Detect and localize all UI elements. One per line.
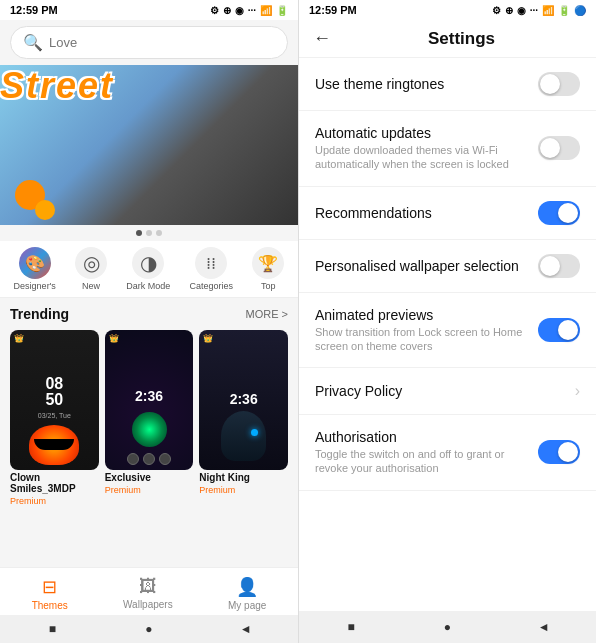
theme-ringtones-toggle[interactable] [538,72,580,96]
auto-updates-toggle[interactable] [538,136,580,160]
card-night-king-badge: Premium [199,485,288,495]
dot-2 [146,230,152,236]
top-label: Top [261,281,276,291]
dot-3 [156,230,162,236]
night-king-face [221,411,266,461]
back-button[interactable]: ← [313,28,331,49]
settings-item-privacy-policy[interactable]: Privacy Policy › [299,368,596,415]
settings-item-animated-previews: Animated previews Show transition from L… [299,293,596,369]
right-status-icons: ⚙ ⊕ ◉ ··· 📶 🔋 🔵 [492,5,586,16]
night-king-phone-mock: 2:36 [199,330,288,470]
exclusive-phone-mock: 2:36 [105,330,194,470]
theme-cards: 👑 0850 03/25, Tue Clown Smiles_3MDP Prem… [0,326,298,567]
settings-item-auto-updates: Automatic updates Update downloaded them… [299,111,596,187]
clown-date: 03/25, Tue [38,412,71,419]
bottom-nav-mypage[interactable]: 👤 My page [228,576,266,611]
designers-icon: 🎨 [19,247,51,279]
bottom-nav: ⊟ Themes 🖼 Wallpapers 👤 My page [0,567,298,615]
top-icon: 🏆 [252,247,284,279]
btn2 [143,453,155,465]
authorisation-toggle[interactable] [538,440,580,464]
theme-ringtones-label: Use theme ringtones [315,76,538,92]
privacy-policy-content: Privacy Policy [315,383,575,399]
crown-icon-exclusive: 👑 [109,334,119,343]
privacy-policy-label: Privacy Policy [315,383,575,399]
bottom-nav-wallpapers[interactable]: 🖼 Wallpapers [123,576,173,611]
categories-icon: ⁞⁞ [195,247,227,279]
nav-designers[interactable]: 🎨 Designer's [14,247,56,291]
animated-previews-label: Animated previews [315,307,538,323]
right-square-button[interactable]: ■ [341,617,361,637]
card-night-king[interactable]: 👑 2:36 Night King Premium [199,330,288,563]
authorisation-desc: Toggle the switch on and off to grant or… [315,447,538,476]
settings-item-theme-ringtones: Use theme ringtones [299,58,596,111]
left-status-icons: ⚙ ⊕ ◉ ··· 📶 🔋 [210,5,288,16]
card-clown[interactable]: 👑 0850 03/25, Tue Clown Smiles_3MDP Prem… [10,330,99,563]
authorisation-label: Authorisation [315,429,538,445]
trending-title: Trending [10,306,69,322]
recommendations-toggle[interactable] [538,201,580,225]
left-square-button[interactable]: ■ [42,619,62,639]
wallpapers-label: Wallpapers [123,599,173,610]
btn1 [127,453,139,465]
left-home-button[interactable]: ● [139,619,159,639]
auto-updates-label: Automatic updates [315,125,538,141]
new-icon: ◎ [75,247,107,279]
nav-categories[interactable]: ⁞⁞ Categories [190,247,234,291]
signal-icon: 📶 [260,5,272,16]
exclusive-time: 2:36 [135,388,163,404]
nav-new[interactable]: ◎ New [75,247,107,291]
privacy-policy-chevron: › [575,382,580,400]
animated-previews-toggle[interactable] [538,318,580,342]
designers-label: Designer's [14,281,56,291]
categories-label: Categories [190,281,234,291]
clown-time: 0850 [45,376,63,408]
card-exclusive[interactable]: 👑 2:36 Exclusive Premium [105,330,194,563]
card-night-king-image: 👑 2:36 [199,330,288,470]
right-circle-icon: ◉ [517,5,526,16]
more-icon: ··· [248,5,256,16]
search-input[interactable] [49,35,275,50]
settings-title: Settings [341,29,582,49]
mypage-icon: 👤 [236,576,258,598]
right-home-button[interactable]: ● [437,617,457,637]
left-bottom-bar: ■ ● ◄ [0,615,298,643]
clown-phone-mock: 0850 03/25, Tue [10,330,99,470]
category-nav: 🎨 Designer's ◎ New ◑ Dark Mode ⁞⁞ Catego… [0,241,298,298]
card-exclusive-name: Exclusive [105,472,194,483]
nav-dark-mode[interactable]: ◑ Dark Mode [126,247,170,291]
battery-icon: 🔋 [276,5,288,16]
left-back-button[interactable]: ◄ [236,619,256,639]
right-location-icon: ⊕ [505,5,513,16]
card-clown-name: Clown Smiles_3MDP [10,472,99,494]
card-exclusive-badge: Premium [105,485,194,495]
recommendations-label: Recommendations [315,205,538,221]
wallpaper-selection-toggle[interactable] [538,254,580,278]
left-status-bar: 12:59 PM ⚙ ⊕ ◉ ··· 📶 🔋 [0,0,298,20]
trending-header: Trending MORE > [0,298,298,326]
themes-label: Themes [32,600,68,611]
nav-top[interactable]: 🏆 Top [252,247,284,291]
settings-item-recommendations: Recommendations [299,187,596,240]
bottom-nav-themes[interactable]: ⊟ Themes [32,576,68,611]
night-king-eye [251,429,258,436]
more-link[interactable]: MORE > [246,308,288,320]
btn3 [159,453,171,465]
right-back-button[interactable]: ◄ [534,617,554,637]
card-night-king-name: Night King [199,472,288,483]
exclusive-buttons [127,453,171,465]
card-exclusive-image: 👑 2:36 [105,330,194,470]
search-bar[interactable]: 🔍 [10,26,288,59]
hero-circle-2 [35,200,55,220]
night-king-time: 2:36 [230,391,258,407]
left-panel: 12:59 PM ⚙ ⊕ ◉ ··· 📶 🔋 🔍 Street 🎨 Design [0,0,298,643]
mypage-label: My page [228,600,266,611]
clown-mouth [34,439,74,450]
right-panel: 12:59 PM ⚙ ⊕ ◉ ··· 📶 🔋 🔵 ← Settings Use … [298,0,596,643]
theme-ringtones-content: Use theme ringtones [315,76,538,92]
card-clown-image: 👑 0850 03/25, Tue [10,330,99,470]
right-bottom-bar: ■ ● ◄ [299,611,596,643]
right-bt-icon: 🔵 [574,5,586,16]
authorisation-content: Authorisation Toggle the switch on and o… [315,429,538,476]
exclusive-orb [132,412,167,447]
